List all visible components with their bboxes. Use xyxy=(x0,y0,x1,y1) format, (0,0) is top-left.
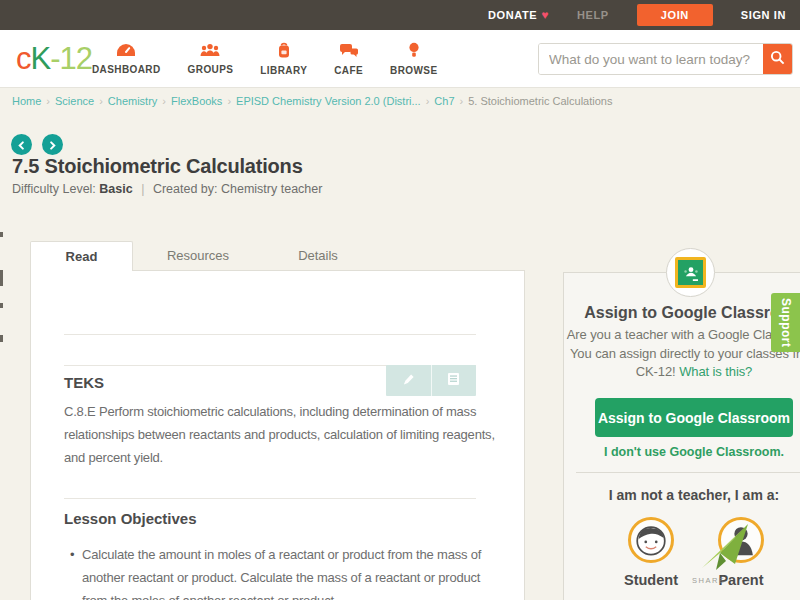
page-subtitle: Difficulty Level: Basic | Created by: Ch… xyxy=(12,182,322,196)
search-button[interactable] xyxy=(763,44,792,74)
help-link[interactable]: HELP xyxy=(577,9,609,21)
site-header: cK-12 DASHBOARD GROUPS LIBRARY CAFE xyxy=(0,30,800,88)
groups-people-icon xyxy=(199,43,221,61)
chevron-right-icon xyxy=(48,136,57,154)
teks-heading: TEKS xyxy=(64,374,104,391)
breadcrumb: Home›Science›Chemistry›FlexBooks›EPISD C… xyxy=(12,95,612,107)
breadcrumb-book[interactable]: EPISD Chemistry Version 2.0 (Distri... xyxy=(236,95,421,107)
prev-lesson-button[interactable] xyxy=(11,134,32,155)
divider xyxy=(64,334,476,335)
breadcrumb-current: 5. Stoichiometric Calculations xyxy=(468,95,612,107)
cafe-chat-icon xyxy=(339,43,359,62)
breadcrumb-chemistry[interactable]: Chemistry xyxy=(108,95,158,107)
role-student-button[interactable]: Student xyxy=(616,517,686,588)
student-avatar-icon xyxy=(628,517,674,563)
dashboard-gauge-icon xyxy=(116,43,136,61)
edge-artifact xyxy=(0,232,3,237)
pencil-icon xyxy=(402,372,415,390)
teks-paragraph: C.8.E Perform stoichiometric calculation… xyxy=(64,400,504,469)
nav-item-groups[interactable]: GROUPS xyxy=(188,43,234,75)
page-title: 7.5 Stoichiometric Calculations xyxy=(12,155,303,178)
join-button[interactable]: JOIN xyxy=(637,4,713,26)
nav-item-library[interactable]: LIBRARY xyxy=(260,42,307,76)
edit-section-button[interactable] xyxy=(386,365,431,396)
section-action-box xyxy=(386,365,476,396)
signin-button[interactable]: SIGN IN xyxy=(741,9,786,21)
search-input[interactable] xyxy=(539,44,763,74)
divider xyxy=(64,498,476,499)
assign-classroom-button[interactable]: Assign to Google Classroom xyxy=(595,398,793,437)
classroom-panel-intro: Are you a teacher with a Google Classroo… xyxy=(564,326,800,382)
edge-artifact xyxy=(0,335,3,342)
share-plane-icon xyxy=(698,522,750,578)
main-nav: DASHBOARD GROUPS LIBRARY CAFE BROWSE xyxy=(92,30,437,88)
bullet-icon: • xyxy=(64,543,82,600)
edge-artifact xyxy=(0,303,3,308)
section-notes-button[interactable] xyxy=(431,365,477,396)
what-is-this-link[interactable]: What is this? xyxy=(679,364,752,379)
not-teacher-label: I am not a teacher, I am a: xyxy=(564,487,800,503)
objective-item: • Calculate the amount in moles of a rea… xyxy=(64,543,494,600)
nav-item-dashboard[interactable]: DASHBOARD xyxy=(92,43,161,75)
google-classroom-icon xyxy=(666,248,715,297)
lesson-content: TEKS C.8.E Perform stoichiometric calcul… xyxy=(30,270,525,600)
objectives-heading: Lesson Objectives xyxy=(64,510,197,527)
google-classroom-panel: Assign to Google Classroom Are you a tea… xyxy=(563,272,800,600)
tab-details[interactable]: Details xyxy=(263,241,373,271)
donate-link[interactable]: DONATE♥ xyxy=(488,8,549,22)
support-tab[interactable]: Support xyxy=(771,293,800,352)
nav-item-cafe[interactable]: CAFE xyxy=(334,43,363,76)
breadcrumb-flexbooks[interactable]: FlexBooks xyxy=(171,95,222,107)
breadcrumb-science[interactable]: Science xyxy=(55,95,94,107)
search-box xyxy=(538,43,793,75)
tab-read[interactable]: Read xyxy=(30,241,133,271)
tab-resources[interactable]: Resources xyxy=(143,241,253,271)
ck12-logo[interactable]: cK-12 xyxy=(16,41,92,77)
difficulty-value: Basic xyxy=(99,182,132,196)
chevron-left-icon xyxy=(17,136,26,154)
next-lesson-button[interactable] xyxy=(42,134,63,155)
top-utility-bar: DONATE♥ HELP JOIN SIGN IN xyxy=(0,0,800,30)
library-backpack-icon xyxy=(276,42,292,62)
breadcrumb-ch7[interactable]: Ch7 xyxy=(434,95,454,107)
classroom-panel-heading: Assign to Google Classroom xyxy=(564,304,800,322)
created-by: Created by: Chemistry teacher xyxy=(153,182,323,196)
search-icon xyxy=(770,50,785,68)
nav-item-browse[interactable]: BROWSE xyxy=(390,42,437,76)
document-icon xyxy=(447,372,460,390)
heart-icon: ♥ xyxy=(541,8,549,22)
edge-artifact xyxy=(0,270,3,286)
no-classroom-link[interactable]: I don't use Google Classroom. xyxy=(564,445,800,459)
browse-lightbulb-icon xyxy=(408,42,420,62)
divider xyxy=(576,472,800,473)
breadcrumb-home[interactable]: Home xyxy=(12,95,41,107)
